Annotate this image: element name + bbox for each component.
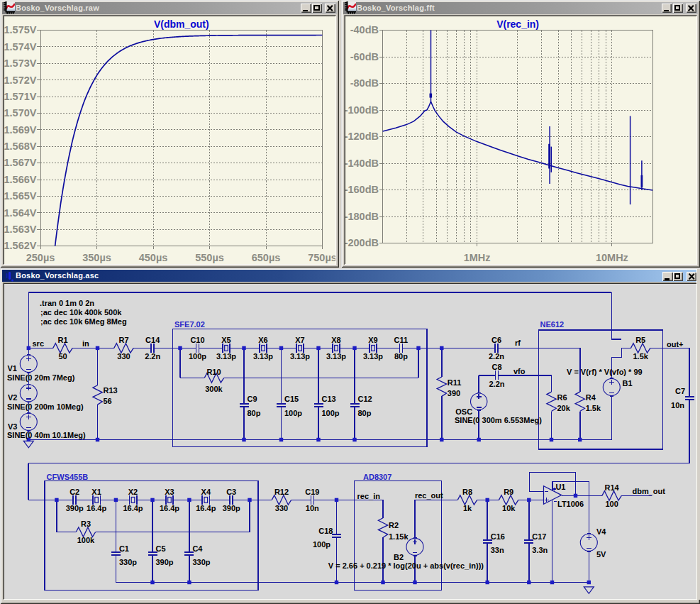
svg-text:1.562V: 1.562V bbox=[4, 240, 37, 251]
svg-text:C16: C16 bbox=[491, 532, 505, 541]
svg-text:16.4p: 16.4p bbox=[196, 504, 216, 512]
svg-text:100p: 100p bbox=[322, 409, 340, 417]
svg-text:56: 56 bbox=[104, 397, 112, 405]
svg-text:33n: 33n bbox=[491, 546, 504, 554]
svg-text:-80dB: -80dB bbox=[350, 77, 379, 89]
svg-text:;ac dec 10k 6Meg 8Meg: ;ac dec 10k 6Meg 8Meg bbox=[40, 317, 127, 326]
svg-text:-200dB: -200dB bbox=[345, 237, 379, 248]
svg-text:C6: C6 bbox=[491, 336, 501, 344]
svg-text:AD8307: AD8307 bbox=[363, 473, 391, 481]
svg-text:SINE(0 300m 6.553Meg): SINE(0 300m 6.553Meg) bbox=[455, 416, 542, 424]
svg-text:16.4p: 16.4p bbox=[87, 504, 106, 512]
svg-text:V = V(rf) * V(vfo) * 99: V = V(rf) * V(vfo) * 99 bbox=[567, 368, 643, 376]
svg-text:1MHz: 1MHz bbox=[464, 252, 491, 263]
svg-text:V2: V2 bbox=[8, 393, 17, 402]
svg-text:X1: X1 bbox=[91, 488, 101, 496]
svg-text:SINE(0 40m 10.1Meg): SINE(0 40m 10.1Meg) bbox=[7, 431, 86, 439]
svg-text:100: 100 bbox=[605, 500, 618, 508]
svg-text:B2: B2 bbox=[394, 553, 404, 561]
svg-text:R1: R1 bbox=[57, 336, 67, 344]
svg-text:R7: R7 bbox=[118, 336, 128, 344]
svg-text:V(rec_in): V(rec_in) bbox=[496, 18, 539, 30]
svg-text:C8: C8 bbox=[491, 363, 501, 371]
svg-text:R11: R11 bbox=[448, 378, 462, 387]
svg-text:C17: C17 bbox=[532, 532, 546, 541]
svg-text:C13: C13 bbox=[322, 395, 336, 403]
svg-text:C5: C5 bbox=[156, 544, 166, 553]
svg-text:3.3n: 3.3n bbox=[532, 546, 548, 554]
svg-text:C12: C12 bbox=[358, 395, 372, 403]
svg-text:330p: 330p bbox=[192, 558, 210, 566]
svg-text:R10: R10 bbox=[206, 368, 221, 376]
svg-text:330: 330 bbox=[275, 504, 288, 512]
svg-text:5V: 5V bbox=[596, 550, 606, 559]
svg-text:V1: V1 bbox=[8, 364, 17, 373]
svg-text:R3: R3 bbox=[81, 520, 91, 528]
svg-text:rf: rf bbox=[515, 339, 521, 347]
svg-text:R2: R2 bbox=[389, 521, 399, 529]
svg-text:LT1006: LT1006 bbox=[557, 500, 584, 508]
svg-text:10k: 10k bbox=[502, 504, 516, 512]
svg-text:B1: B1 bbox=[623, 379, 633, 388]
svg-text:1.565V: 1.565V bbox=[4, 190, 37, 202]
svg-text:3.13p: 3.13p bbox=[290, 352, 310, 361]
svg-text:390p: 390p bbox=[156, 558, 174, 566]
svg-text:100p: 100p bbox=[313, 540, 330, 549]
svg-text:3.13p: 3.13p bbox=[363, 352, 383, 361]
svg-text:vfo: vfo bbox=[513, 367, 526, 375]
svg-text:100p: 100p bbox=[284, 409, 302, 417]
svg-text:dbm_out: dbm_out bbox=[633, 487, 666, 495]
svg-text:100k: 100k bbox=[77, 536, 95, 544]
svg-text:80p: 80p bbox=[248, 409, 261, 417]
svg-text:1.566V: 1.566V bbox=[4, 174, 37, 185]
svg-text:1.5k: 1.5k bbox=[633, 352, 648, 361]
svg-text:10MHz: 10MHz bbox=[596, 252, 628, 263]
svg-text:-140dB: -140dB bbox=[345, 158, 379, 169]
svg-text:C7: C7 bbox=[675, 387, 685, 395]
svg-text:out+: out+ bbox=[667, 340, 684, 348]
svg-text:1.572V: 1.572V bbox=[4, 75, 37, 86]
svg-text:SFE7.02: SFE7.02 bbox=[174, 320, 205, 329]
svg-text:.tran 0 1m 0 2n: .tran 0 1m 0 2n bbox=[40, 299, 94, 307]
svg-text:-180dB: -180dB bbox=[345, 211, 379, 222]
svg-text:16.4p: 16.4p bbox=[160, 504, 179, 512]
svg-text:C1: C1 bbox=[119, 544, 129, 553]
svg-text:80p: 80p bbox=[394, 352, 408, 361]
svg-text:X6: X6 bbox=[258, 336, 267, 344]
svg-text:rec_in: rec_in bbox=[357, 492, 381, 500]
svg-text:;ac dec 10k 400k 500k: ;ac dec 10k 400k 500k bbox=[40, 308, 122, 317]
svg-text:C11: C11 bbox=[394, 336, 409, 344]
svg-text:OSC: OSC bbox=[455, 407, 472, 416]
svg-text:390: 390 bbox=[448, 389, 460, 397]
svg-text:650µs: 650µs bbox=[252, 252, 281, 263]
svg-text:1.564V: 1.564V bbox=[4, 207, 37, 219]
svg-text:1.569V: 1.569V bbox=[4, 124, 37, 136]
svg-text:1.15k: 1.15k bbox=[389, 532, 409, 541]
svg-text:390p: 390p bbox=[223, 504, 240, 512]
svg-text:C9: C9 bbox=[248, 395, 257, 403]
svg-text:CFWS455B: CFWS455B bbox=[47, 473, 89, 481]
svg-text:250µs: 250µs bbox=[26, 252, 55, 263]
svg-text:X4: X4 bbox=[201, 488, 211, 496]
svg-text:550µs: 550µs bbox=[195, 252, 224, 263]
svg-text:10n: 10n bbox=[671, 401, 684, 410]
svg-text:C19: C19 bbox=[305, 488, 319, 496]
svg-text:X3: X3 bbox=[165, 488, 174, 496]
svg-text:R5: R5 bbox=[635, 336, 645, 344]
svg-text:2.2n: 2.2n bbox=[145, 352, 160, 361]
svg-text:-60dB: -60dB bbox=[350, 51, 379, 62]
svg-text:1.563V: 1.563V bbox=[4, 224, 37, 235]
svg-text:U1: U1 bbox=[555, 483, 565, 491]
svg-text:390p: 390p bbox=[66, 504, 84, 512]
svg-text:C3: C3 bbox=[226, 488, 236, 496]
svg-text:330p: 330p bbox=[119, 558, 137, 566]
svg-text:750µs: 750µs bbox=[308, 252, 335, 263]
svg-text:R14: R14 bbox=[605, 483, 620, 492]
svg-text:3.13p: 3.13p bbox=[253, 352, 273, 361]
svg-text:src: src bbox=[33, 339, 45, 348]
svg-text:X9: X9 bbox=[368, 336, 377, 344]
svg-text:80p: 80p bbox=[358, 409, 372, 417]
svg-text:NE612: NE612 bbox=[540, 320, 565, 329]
svg-text:V = 2.66 + 0.219 * log(20u + a: V = 2.66 + 0.219 * log(20u + abs(v(rec_i… bbox=[328, 561, 484, 570]
svg-text:1.573V: 1.573V bbox=[4, 57, 37, 69]
